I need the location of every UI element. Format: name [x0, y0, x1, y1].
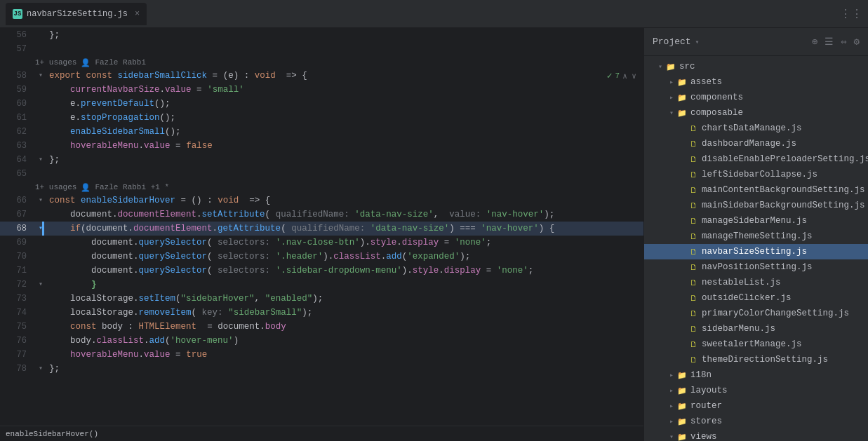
tree-item-leftSidebarCollapse[interactable]: 🗋 leftSidebarCollapse.js [644, 167, 868, 182]
tree-label-navPosition: navPositionSetting.js [702, 262, 862, 272]
tree-item-navPositionSetting[interactable]: 🗋 navPositionSetting.js [644, 259, 868, 275]
fold-icon-64[interactable]: ▾ [35, 153, 46, 167]
tree-arrow-views[interactable] [667, 432, 676, 441]
collapse-all-icon[interactable]: ⇔ [841, 36, 846, 48]
js-icon-manageTheme: 🗋 [688, 231, 699, 242]
tree-item-sweetalertManage[interactable]: 🗋 sweetalertManage.js [644, 337, 868, 352]
menu-icon[interactable]: ⋮⋮ [840, 7, 862, 21]
tree-label-mainContentBg: mainContentBackgroundSetting.js [702, 185, 865, 195]
tree-item-manageThemeSetting[interactable]: 🗋 manageThemeSetting.js [644, 229, 868, 244]
fold-icon-72[interactable]: ▾ [35, 278, 46, 292]
tree-arrow-components[interactable] [667, 93, 676, 102]
line-num-73: 73 [0, 292, 35, 306]
tree-label-outsideClicker: outsideClicker.js [702, 293, 862, 303]
project-file-tree[interactable]: 📁 src 📁 assets 📁 components 📁 composable [644, 56, 868, 441]
tree-item-navbarSizeSetting[interactable]: 🗋 navbarSizeSetting.js [644, 244, 868, 259]
tree-arrow-composable[interactable] [667, 108, 676, 118]
code-line-63: 63 hoverableMenu.value = false [0, 139, 643, 153]
tree-item-composable[interactable]: 📁 composable [644, 105, 868, 121]
line-content-62: enableSidebarSmall(); [46, 125, 643, 139]
tree-label-composable: composable [690, 108, 862, 118]
line-content-66: const enableSidebarHover = () : void => … [46, 194, 643, 208]
list-icon[interactable]: ☰ [824, 36, 834, 48]
tree-arrow-src[interactable] [655, 62, 665, 72]
tree-label-manageTheme: manageThemeSetting.js [702, 231, 862, 241]
js-icon-sidebarMenu: 🗋 [688, 323, 699, 334]
tree-item-dashboardManage[interactable]: 🗋 dashboardManage.js [644, 136, 868, 151]
tree-item-mainSidebarBackgroundSetting[interactable]: 🗋 mainSidebarBackgroundSetting.js [644, 198, 868, 213]
tree-item-stores[interactable]: 📁 stores [644, 414, 868, 429]
code-line-65: 65 [0, 167, 643, 181]
tree-item-i18n[interactable]: 📁 i18n [644, 367, 868, 383]
line-num-70: 70 [0, 250, 35, 264]
line-num-64: 64 [0, 153, 35, 167]
tree-item-assets[interactable]: 📁 assets [644, 74, 868, 90]
js-icon-mainSidebarBg: 🗋 [688, 200, 699, 211]
code-line-71: 71 document.querySelector( selectors: '.… [0, 264, 643, 278]
code-area[interactable]: 56 }; 57 1+ usages 👤 Fazle Rabbi [0, 28, 643, 426]
fold-icon-58[interactable]: ▾ [35, 69, 46, 83]
js-icon-navPosition: 🗋 [688, 262, 699, 273]
fold-icon-78[interactable]: ▾ [35, 362, 46, 376]
top-bar: JS navbarSizeSetting.js × ⋮⋮ [0, 0, 868, 28]
project-dropdown-icon[interactable]: ▾ [695, 38, 700, 46]
line-content-69: document.querySelector( selectors: '.nav… [46, 236, 643, 250]
js-icon-navbarSize: 🗋 [688, 246, 699, 257]
tree-item-nestableList[interactable]: 🗋 nestableList.js [644, 275, 868, 290]
tree-arrow-router[interactable] [667, 401, 676, 411]
line-num-77: 77 [0, 348, 35, 362]
code-line-68: 68 ▾ if(document.documentElement.getAttr… [0, 222, 643, 236]
code-line-56: 56 }; [0, 28, 643, 42]
code-line-67: 67 document.documentElement.setAttribute… [0, 208, 643, 222]
tree-item-outsideClicker[interactable]: 🗋 outsideClicker.js [644, 290, 868, 306]
tree-arrow-i18n[interactable] [667, 370, 676, 380]
code-line-69: 69 document.querySelector( selectors: '.… [0, 236, 643, 250]
line-num-60: 60 [0, 97, 35, 111]
tree-item-primaryColorChangeSetting[interactable]: 🗋 primaryColorChangeSetting.js [644, 306, 868, 321]
js-icon-themeDirection: 🗋 [688, 354, 699, 365]
locate-icon[interactable]: ⊕ [812, 36, 817, 48]
nav-arrows[interactable]: ∧ ∨ [622, 72, 636, 81]
folder-icon-i18n: 📁 [676, 369, 688, 381]
tree-item-themeDirectionSetting[interactable]: 🗋 themeDirectionSetting.js [644, 352, 868, 367]
tree-item-src[interactable]: 📁 src [644, 59, 868, 74]
line-num-71: 71 [0, 264, 35, 278]
active-tab[interactable]: JS navbarSizeSetting.js × [6, 3, 147, 25]
check-icon: ✓ [607, 70, 613, 81]
tree-item-mainContentBackgroundSetting[interactable]: 🗋 mainContentBackgroundSetting.js [644, 182, 868, 198]
tree-item-sidebarMenu[interactable]: 🗋 sidebarMenu.js [644, 321, 868, 337]
tree-item-manageSidebarMenu[interactable]: 🗋 manageSidebarMenu.js [644, 213, 868, 229]
line-content-72: } [46, 278, 643, 292]
line-num-75: 75 [0, 320, 35, 334]
highlight-marker [42, 222, 44, 236]
line-num-63: 63 [0, 139, 35, 153]
tree-item-views[interactable]: 📁 views [644, 429, 868, 441]
tree-arrow-assets[interactable] [667, 77, 676, 87]
usage-label-1: 1+ usages [35, 58, 76, 67]
line-num-72: 72 [0, 278, 35, 292]
line-content-67: document.documentElement.setAttribute( q… [46, 208, 643, 222]
tree-item-chartsDataManage[interactable]: 🗋 chartsDataManage.js [644, 121, 868, 136]
tree-item-disableEnablePreloaderSetting[interactable]: 🗋 disableEnablePreloaderSetting.js [644, 151, 868, 167]
line-content-56: }; [46, 28, 643, 42]
fold-icon-66[interactable]: ▾ [35, 194, 46, 208]
tree-arrow-layouts[interactable] [667, 386, 676, 395]
tab-close-button[interactable]: × [135, 9, 140, 19]
line-content-70: document.querySelector( selectors: '.hea… [46, 250, 643, 264]
tree-arrow-stores[interactable] [667, 416, 676, 426]
tree-label-router: router [690, 401, 862, 411]
tree-label-layouts: layouts [690, 386, 862, 395]
line-content-75: const body : HTMLElement = document.body [46, 320, 643, 334]
fold-icon-68[interactable]: ▾ [35, 222, 46, 236]
code-editor: 56 }; 57 1+ usages 👤 Fazle Rabbi [0, 28, 643, 441]
line-num-67: 67 [0, 208, 35, 222]
settings-icon[interactable]: ⚙ [854, 36, 860, 48]
line-content-68: if(document.documentElement.getAttribute… [46, 222, 643, 236]
tree-label-manageSidebarMenu: manageSidebarMenu.js [702, 216, 862, 226]
code-line-76: 76 body.classList.add('hover-menu') [0, 334, 643, 348]
tree-item-router[interactable]: 📁 router [644, 398, 868, 414]
tree-item-layouts[interactable]: 📁 layouts [644, 383, 868, 398]
folder-icon-components: 📁 [676, 92, 688, 103]
tree-item-components[interactable]: 📁 components [644, 90, 868, 105]
project-label: Project [653, 36, 691, 47]
